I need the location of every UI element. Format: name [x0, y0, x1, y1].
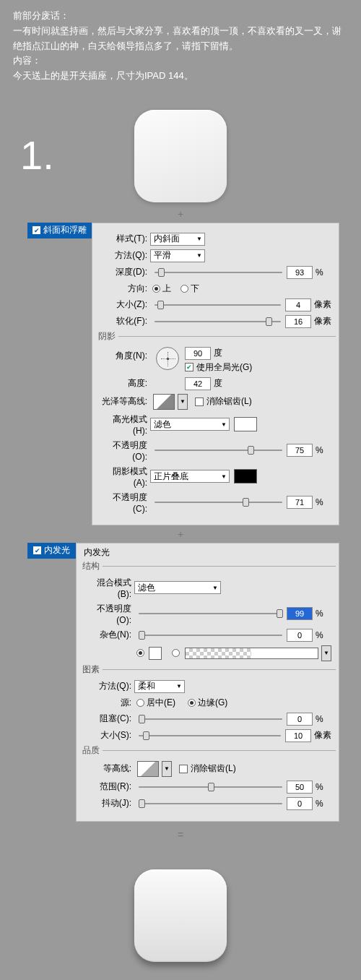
- gloss-dropdown[interactable]: ▼: [178, 394, 188, 410]
- gradient-bar[interactable]: [185, 648, 318, 659]
- gradient-dropdown[interactable]: ▼: [321, 645, 331, 661]
- px-unit: 像素: [314, 298, 331, 311]
- altitude-input[interactable]: 42: [185, 377, 211, 390]
- plus-separator-1: +: [0, 208, 361, 220]
- glow-opacity-slider[interactable]: [139, 608, 282, 619]
- shadow-opacity-input[interactable]: 71: [287, 496, 313, 509]
- gloss-contour[interactable]: [153, 394, 175, 410]
- antialias-checkbox[interactable]: [195, 397, 204, 406]
- blend-label: 混合模式(B):: [84, 577, 134, 599]
- shadow-category: 阴影: [95, 330, 118, 343]
- range-input[interactable]: 50: [287, 781, 313, 794]
- depth-label: 深度(D):: [100, 266, 150, 278]
- range-slider[interactable]: [139, 781, 282, 793]
- noise-label: 杂色(N):: [84, 629, 134, 641]
- contour-dropdown[interactable]: ▼: [162, 761, 172, 777]
- gradient-radio[interactable]: [172, 649, 180, 657]
- structure-category: 结构: [79, 560, 103, 572]
- shadow-color[interactable]: [234, 469, 257, 483]
- soften-input[interactable]: 16: [285, 315, 311, 328]
- content-label: 内容：: [13, 53, 348, 69]
- direction-down-radio[interactable]: [180, 285, 188, 293]
- highlight-opacity-slider[interactable]: [155, 444, 282, 456]
- style-select[interactable]: 内斜面▼: [150, 233, 205, 246]
- glow-antialias-checkbox[interactable]: [179, 765, 188, 773]
- blend-select[interactable]: 滤色▼: [134, 581, 221, 594]
- glow-opacity-input[interactable]: 99: [287, 607, 313, 620]
- highlight-opacity-input[interactable]: 75: [287, 444, 313, 457]
- technique-select[interactable]: 平滑▼: [150, 249, 205, 262]
- step-number: 1.: [20, 132, 54, 179]
- glow-opacity-label: 不透明度(O):: [84, 603, 134, 625]
- icon-preview-bottom: [134, 869, 227, 962]
- shadow-opacity-label: 不透明度(C):: [100, 491, 150, 514]
- noise-input[interactable]: 0: [287, 629, 313, 642]
- global-light-label: 使用全局光(G): [196, 361, 252, 374]
- glow-color[interactable]: [149, 647, 162, 660]
- soften-slider[interactable]: [155, 316, 281, 327]
- shadow-opacity-slider[interactable]: [155, 497, 282, 508]
- glow-panel-row: ✔ 内发光 内发光 结构 混合模式(B): 滤色▼ 不透明度(O): 99 % …: [27, 543, 339, 822]
- bevel-tab-checkbox[interactable]: ✔: [32, 226, 40, 234]
- elements-category: 图素: [79, 663, 103, 676]
- plus-separator-2: +: [0, 528, 361, 540]
- glow-size-input[interactable]: 10: [285, 729, 311, 742]
- altitude-label: 高度:: [100, 377, 150, 390]
- bevel-tab[interactable]: ✔ 斜面和浮雕: [27, 223, 92, 238]
- highlight-mode-label: 高光模式(H):: [100, 413, 150, 436]
- bevel-panel-row: ✔ 斜面和浮雕 样式(T): 内斜面▼ 方法(Q): 平滑▼ 深度(D): 93…: [27, 223, 339, 525]
- highlight-mode-select[interactable]: 滤色▼: [150, 418, 230, 431]
- method-select[interactable]: 柔和▼: [134, 680, 185, 693]
- angle-label: 角度(N):: [100, 350, 150, 362]
- contour-label: 等高线:: [84, 762, 134, 775]
- intro-title: 前部分废话：: [13, 9, 348, 24]
- highlight-opacity-label: 不透明度(O):: [100, 439, 150, 462]
- glow-panel: 内发光 结构 混合模式(B): 滤色▼ 不透明度(O): 99 % 杂色(N):…: [76, 543, 339, 822]
- glow-tab-checkbox[interactable]: ✔: [33, 546, 41, 554]
- gloss-label: 光泽等高线:: [100, 395, 150, 408]
- global-light-checkbox[interactable]: ✔: [185, 363, 193, 371]
- angle-control[interactable]: [156, 347, 179, 370]
- glow-tab-label: 内发光: [44, 544, 70, 556]
- shadow-mode-select[interactable]: 正片叠底▼: [150, 470, 230, 483]
- source-label: 源:: [84, 697, 134, 709]
- icon-preview-top: [134, 110, 227, 202]
- angle-input[interactable]: 90: [185, 347, 211, 360]
- soften-label: 软化(F):: [100, 315, 150, 327]
- noise-slider[interactable]: [139, 629, 282, 641]
- method-label: 方法(Q):: [84, 680, 134, 692]
- style-label: 样式(T):: [100, 233, 150, 245]
- range-label: 范围(R):: [84, 781, 134, 793]
- depth-input[interactable]: 93: [287, 266, 313, 279]
- choke-slider[interactable]: [139, 713, 282, 725]
- shadow-mode-label: 阴影模式(A):: [100, 465, 150, 488]
- glow-tab[interactable]: ✔ 内发光: [27, 543, 76, 559]
- antialias-label: 消除锯齿(L): [206, 395, 252, 408]
- jitter-label: 抖动(J):: [84, 797, 134, 809]
- choke-label: 阻塞(C):: [84, 713, 134, 725]
- highlight-color[interactable]: [234, 417, 257, 431]
- eq-separator: =: [0, 829, 361, 841]
- center-radio[interactable]: [136, 699, 144, 707]
- bevel-panel: 样式(T): 内斜面▼ 方法(Q): 平滑▼ 深度(D): 93 % 方向: 上…: [92, 223, 339, 525]
- glow-size-label: 大小(S):: [84, 729, 134, 742]
- color-radio[interactable]: [136, 649, 144, 657]
- depth-slider[interactable]: [155, 267, 282, 278]
- contour-swatch[interactable]: [137, 761, 159, 777]
- bevel-size-slider[interactable]: [155, 299, 281, 311]
- bevel-tab-label: 斜面和浮雕: [43, 224, 87, 236]
- intro-body: 一有时间就坚持画，然后与大家分享，喜欢看的顶一顶，不喜欢看的叉一叉，谢绝指点江山…: [13, 24, 348, 54]
- direction-label: 方向:: [100, 283, 150, 295]
- content-body: 今天送上的是开关插座，尺寸为IPAD 144。: [13, 69, 348, 84]
- choke-input[interactable]: 0: [287, 713, 313, 726]
- pct-unit: %: [316, 267, 331, 278]
- glow-antialias-label: 消除锯齿(L): [191, 762, 236, 775]
- bevel-size-input[interactable]: 4: [285, 298, 311, 311]
- direction-up-radio[interactable]: [152, 285, 160, 293]
- jitter-input[interactable]: 0: [287, 797, 313, 810]
- icon-preview-top-wrap: [0, 110, 361, 202]
- edge-radio[interactable]: [188, 699, 196, 707]
- size-label: 大小(Z):: [100, 298, 150, 311]
- glow-size-slider[interactable]: [139, 730, 281, 742]
- jitter-slider[interactable]: [139, 798, 282, 809]
